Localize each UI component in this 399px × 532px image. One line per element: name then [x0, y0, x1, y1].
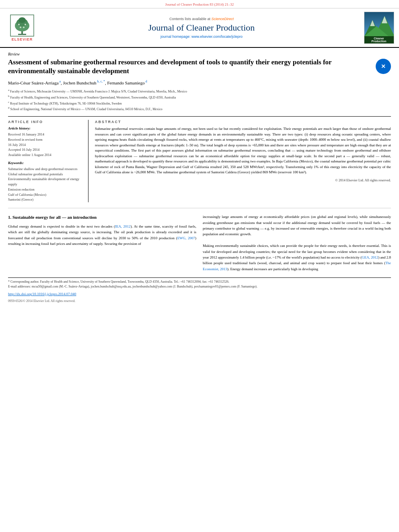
- author-1: Mario-César Suárez-Arriaga: [8, 80, 59, 85]
- section-1-title: 1. Sustainable energy for all — an intro…: [8, 214, 196, 221]
- body-col-right: increasingly large amounts of energy at …: [203, 214, 391, 272]
- keyword-1: Submarine shallow and deep geothermal re…: [8, 166, 84, 172]
- elsevier-text: ELSEVIER: [12, 37, 33, 41]
- ref-gea-link[interactable]: GEA, 2012: [362, 255, 378, 259]
- history-label: Article history:: [8, 126, 84, 130]
- svg-point-4: [19, 17, 26, 23]
- history-available: Available online 1 August 2014: [8, 152, 84, 158]
- contents-label: Contents lists available at: [169, 17, 210, 21]
- journal-banner-image: Cleaner Production: [364, 12, 394, 44]
- corresponding-author-note: * Corresponding author. Faculty of Healt…: [8, 279, 391, 284]
- journal-banner-area: Cleaner Production: [363, 12, 395, 44]
- affil-text-b: Faculty of Health, Engineering and Scien…: [10, 95, 176, 99]
- affil-sup-a: a: [8, 88, 9, 92]
- email-addresses: mcsa50@gmail.com (M.-C. Suárez-Arriaga),…: [32, 285, 257, 288]
- authors-line: Mario-César Suárez-Arriaga a, Jochen Bun…: [8, 80, 391, 85]
- abstract-paragraph-1: Submarine geothermal reservoirs contain …: [95, 126, 391, 175]
- body-para-1: Global energy demand is expected to doub…: [8, 224, 196, 247]
- article-title-area: ✕ Assessment of submarine geothermal res…: [8, 58, 391, 80]
- copyright-line: © 2014 Elsevier Ltd. All rights reserved…: [95, 178, 391, 183]
- affiliation-d: d School of Engineering, National Univer…: [8, 106, 391, 111]
- article-type-label: Review: [8, 52, 391, 56]
- article-info-heading: ARTICLE INFO: [8, 120, 84, 124]
- journal-citation-bar: Journal of Cleaner Production 83 (2014) …: [0, 0, 399, 8]
- svg-rect-1: [18, 34, 26, 35]
- ref-economist-link[interactable]: The Economist, 2013: [203, 261, 391, 271]
- history-received2b: 16 July 2014: [8, 142, 84, 148]
- svg-point-8: [23, 27, 25, 28]
- author-3: Fernando Samaniego: [107, 80, 144, 85]
- history-received2: Received in revised form: [8, 137, 84, 142]
- main-content: Review ✕ Assessment of submarine geother…: [0, 48, 399, 308]
- abstract-column: ABSTRACT Submarine geothermal reservoirs…: [95, 120, 391, 202]
- doi-link[interactable]: http://dx.doi.org/10.1016/j.jclepro.2014…: [8, 292, 76, 296]
- affiliation-b: b Faculty of Health, Engineering and Sci…: [8, 94, 391, 100]
- affil-sup-c: c: [8, 101, 9, 104]
- body-section-1: 1. Sustainable energy for all — an intro…: [8, 214, 391, 272]
- contents-available-line: Contents lists available at ScienceDirec…: [169, 17, 234, 21]
- journal-header-center: Contents lists available at ScienceDirec…: [43, 12, 360, 44]
- article-info-column: ARTICLE INFO Article history: Received 1…: [8, 120, 88, 202]
- author-1-sup: a: [59, 80, 61, 83]
- keyword-2: Global submarine geothermal potentials: [8, 172, 84, 177]
- ref-ewg-link[interactable]: EWG, 2007: [177, 236, 195, 240]
- author-2: Jochen Bundschuh: [63, 80, 97, 85]
- elsevier-tree-icon: [10, 14, 34, 37]
- body-para-3: Making environmentally sustainable choic…: [203, 243, 391, 272]
- issn-line: 0959-6526/© 2014 Elsevier Ltd. All right…: [8, 299, 391, 304]
- body-col-left: 1. Sustainable energy for all — an intro…: [8, 214, 196, 272]
- affil-sup-b: b: [8, 94, 10, 98]
- body-col-left-text: Global energy demand is expected to doub…: [8, 224, 196, 247]
- elsevier-logo: ELSEVIER: [4, 14, 40, 41]
- keyword-3: Environmentally sustainable development …: [8, 177, 84, 187]
- affiliation-a: a Faculty of Sciences, Michoacán Univers…: [8, 88, 391, 94]
- banner-text: Cleaner Production: [364, 36, 394, 43]
- affil-text-a: Faculty of Sciences, Michoacán Universit…: [10, 90, 187, 93]
- keywords-label: Keywords:: [8, 161, 84, 165]
- article-title: Assessment of submarine geothermal resou…: [8, 58, 391, 76]
- history-accepted: Accepted 16 July 2014: [8, 147, 84, 152]
- elsevier-logo-area: ELSEVIER: [4, 12, 40, 44]
- crossmark-badge[interactable]: ✕: [376, 59, 391, 74]
- article-info-abstract-section: ARTICLE INFO Article history: Received 1…: [8, 116, 391, 202]
- svg-point-7: [20, 27, 21, 28]
- svg-point-6: [25, 24, 26, 25]
- author-3-sup: d: [145, 80, 147, 83]
- ref-iea-link[interactable]: IEA, 2012: [115, 224, 131, 228]
- section-divider: [8, 208, 391, 208]
- abstract-heading: ABSTRACT: [95, 120, 391, 124]
- journal-header: ELSEVIER Contents lists available at Sci…: [0, 8, 399, 48]
- history-received1: Received 16 January 2014: [8, 132, 84, 137]
- affiliation-c: c Royal Institute of Technology (KTH), T…: [8, 101, 391, 106]
- email-line: E-mail addresses: mcsa50@gmail.com (M.-C…: [8, 284, 391, 289]
- sciencedirect-link[interactable]: ScienceDirect: [212, 17, 234, 21]
- journal-homepage-link[interactable]: journal homepage: www.elsevier.com/locat…: [160, 35, 243, 39]
- crossmark-icon: ✕: [381, 63, 386, 70]
- affil-text-c: Royal Institute of Technology (KTH), Tek…: [10, 101, 122, 105]
- affil-text-d: School of Engineering, National Universi…: [10, 107, 162, 111]
- journal-homepage-line: journal homepage: www.elsevier.com/locat…: [160, 35, 243, 39]
- footnote-area: * Corresponding author. Faculty of Healt…: [8, 277, 391, 304]
- keyword-5: Gulf of California (Mexico): [8, 192, 84, 197]
- affil-sup-d: d: [8, 106, 10, 109]
- journal-title: Journal of Cleaner Production: [148, 23, 255, 33]
- keyword-6: Santorini (Greece): [8, 197, 84, 202]
- citation-text: Journal of Cleaner Production 83 (2014) …: [165, 2, 234, 6]
- author-2-sup: b, c, *: [96, 80, 105, 83]
- email-label: E-mail addresses:: [8, 285, 31, 288]
- body-para-2: increasingly large amounts of energy at …: [203, 214, 391, 237]
- keyword-4: Emission reduction: [8, 187, 84, 192]
- abstract-text: Submarine geothermal reservoirs contain …: [95, 126, 391, 183]
- svg-point-5: [18, 24, 20, 25]
